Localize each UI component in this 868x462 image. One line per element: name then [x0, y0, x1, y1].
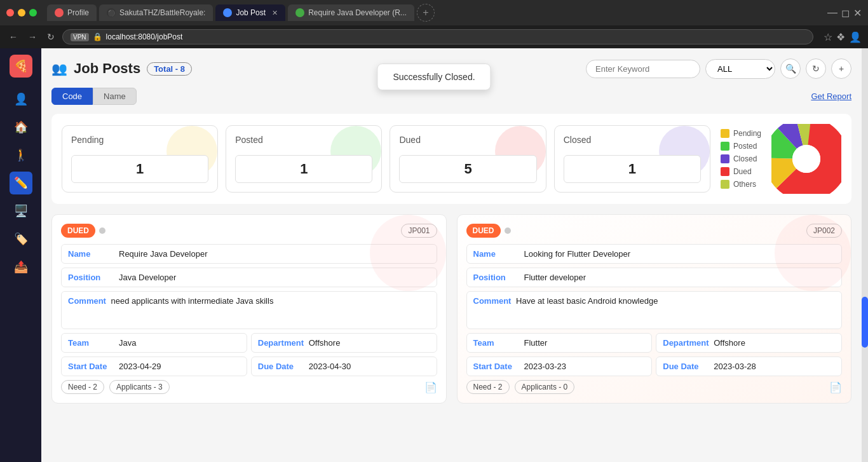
legend-closed: Closed [721, 154, 761, 163]
applicants-badge-1: Applicants - 3 [109, 380, 170, 394]
due-value-2: 2023-03-28 [714, 362, 756, 371]
stat-value-posted: 1 [235, 155, 372, 183]
name-label-2: Name [473, 249, 524, 259]
dept-field-1: Department Offshore [251, 333, 437, 353]
stat-value-closed: 1 [564, 155, 701, 183]
new-tab-button[interactable]: + [417, 4, 435, 22]
name-label-1: Name [68, 249, 119, 259]
get-report-link[interactable]: Get Report [811, 92, 851, 101]
tab-github-label: SakutaTHZ/BattleRoyale: [119, 8, 205, 17]
url-text: localhost:8080/jobPost [106, 32, 183, 41]
browser-minimize[interactable]: — [827, 7, 837, 18]
status-indicator-1 [99, 228, 105, 234]
legend-label-closed: Closed [733, 154, 757, 163]
sidebar-item-tag[interactable]: 🏷️ [10, 228, 32, 250]
app-logo: 🍕 [10, 55, 32, 78]
name-value-1: Require Java Developer [119, 249, 207, 259]
require-tab-icon [295, 8, 304, 17]
browser-close[interactable]: ✕ [853, 7, 862, 19]
due-value-1: 2023-04-30 [309, 362, 351, 371]
scrollbar[interactable] [862, 48, 868, 462]
sidebar-item-edit[interactable]: ✏️ [10, 172, 32, 194]
add-button[interactable]: + [831, 58, 851, 79]
stat-value-pending: 1 [71, 155, 208, 183]
start-value-1: 2023-04-29 [119, 362, 161, 371]
sidebar-item-profile[interactable]: 👤 [10, 88, 32, 111]
toast-message: Successfully Closed. [377, 64, 491, 90]
stat-card-dued: Dued 5 [390, 125, 546, 193]
chart-legend: Pending Posted Closed Dued [721, 129, 761, 189]
tab-close-icon[interactable]: ✕ [272, 9, 278, 17]
sidebar-item-logout[interactable]: 📤 [10, 255, 32, 278]
scroll-thumb[interactable] [862, 297, 868, 348]
total-count: 8 [180, 64, 185, 74]
stat-value-dued: 5 [399, 155, 536, 183]
tab-require[interactable]: Require Java Developer (R... [288, 4, 414, 21]
dept-label-2: Department [663, 338, 714, 348]
profile-tab-icon [55, 8, 64, 17]
toggle-area: Code Name Get Report [51, 88, 851, 105]
status-badge-1: DUED [61, 224, 95, 238]
job-cards-grid: DUED JP001 Name Require Java Developer P… [51, 214, 851, 404]
back-button[interactable]: ← [6, 31, 20, 43]
browser-chrome: Profile ⚫ SakutaTHZ/BattleRoyale: Job Po… [0, 0, 868, 25]
tab-github[interactable]: ⚫ SakutaTHZ/BattleRoyale: [99, 4, 213, 21]
job-card-2: DUED JP002 Name Looking for Flutter Deve… [457, 214, 852, 404]
dates-row-2: Start Date 2023-03-23 Due Date 2023-03-2… [466, 357, 843, 376]
stat-card-posted: Posted 1 [226, 125, 382, 193]
header-actions: ALL DUED POSTED PENDING CLOSED 🔍 ↻ + [586, 58, 851, 79]
filter-select[interactable]: ALL DUED POSTED PENDING CLOSED [705, 59, 775, 79]
jobpost-tab-icon [223, 8, 232, 17]
card-footer-1: Need - 2 Applicants - 3 📄 [61, 380, 437, 394]
position-label-1: Position [68, 273, 119, 282]
toggle-name-button[interactable]: Name [93, 88, 137, 105]
name-value-2: Looking for Flutter Developer [524, 249, 631, 259]
stat-card-closed: Closed 1 [554, 125, 710, 193]
job-card-1: DUED JP001 Name Require Java Developer P… [51, 214, 447, 404]
bookmark-icon[interactable]: ☆ [824, 31, 832, 43]
tab-profile[interactable]: Profile [47, 4, 97, 21]
dept-field-2: Department Offshore [656, 333, 842, 353]
legend-dot-others [721, 180, 729, 189]
applicants-badge-2: Applicants - 0 [515, 380, 575, 394]
team-dept-row-2: Team Flutter Department Offshore [466, 333, 843, 353]
due-field-2: Due Date 2023-03-28 [656, 357, 842, 376]
sidebar-item-home[interactable]: 🏠 [10, 116, 32, 139]
toggle-code-button[interactable]: Code [51, 88, 93, 105]
tab-jobpost-label: Job Post [236, 8, 266, 17]
tab-require-label: Require Java Developer (R... [308, 8, 407, 17]
refresh-button[interactable]: ↻ [806, 58, 826, 79]
doc-icon-2[interactable]: 📄 [829, 381, 842, 393]
refresh-button[interactable]: ↻ [44, 31, 57, 43]
tab-jobpost[interactable]: Job Post ✕ [215, 4, 285, 21]
sidebar-item-monitor[interactable]: 🖥️ [10, 200, 32, 222]
account-icon[interactable]: 👤 [849, 31, 862, 43]
position-label-2: Position [473, 273, 524, 282]
due-label-1: Due Date [258, 362, 309, 371]
comment-label-1: Comment [68, 296, 106, 306]
legend-label-posted: Posted [733, 142, 757, 151]
due-field-1: Due Date 2023-04-30 [251, 357, 437, 376]
toast-text: Successfully Closed. [393, 72, 475, 82]
vpn-badge: VPN [71, 33, 89, 41]
dept-value-2: Offshore [714, 338, 745, 348]
toggle-group: Code Name [51, 88, 137, 105]
extensions-icon[interactable]: ❖ [836, 31, 845, 43]
chart-area: Pending Posted Closed Dued [721, 124, 841, 194]
card-footer-2: Need - 2 Applicants - 0 📄 [466, 380, 843, 394]
lock-icon: 🔒 [93, 32, 102, 41]
forward-button[interactable]: → [25, 31, 39, 43]
browser-maximize[interactable]: ◻ [841, 7, 850, 19]
search-button[interactable]: 🔍 [780, 58, 801, 79]
due-label-2: Due Date [663, 362, 714, 371]
doc-icon-1[interactable]: 📄 [424, 381, 437, 393]
page-title: Job Posts [74, 60, 140, 77]
comment-field-1: Comment need applicants with intermediat… [61, 291, 437, 329]
sidebar: 🍕 👤 🏠 🚶 ✏️ 🖥️ 🏷️ 📤 [0, 48, 41, 462]
footer-badges-2: Need - 2 Applicants - 0 [466, 380, 575, 394]
start-label-1: Start Date [68, 362, 119, 371]
address-bar[interactable]: VPN 🔒 localhost:8080/jobPost [62, 29, 813, 44]
legend-posted: Posted [721, 142, 761, 151]
sidebar-item-walk[interactable]: 🚶 [10, 144, 32, 166]
search-input[interactable] [586, 60, 700, 78]
